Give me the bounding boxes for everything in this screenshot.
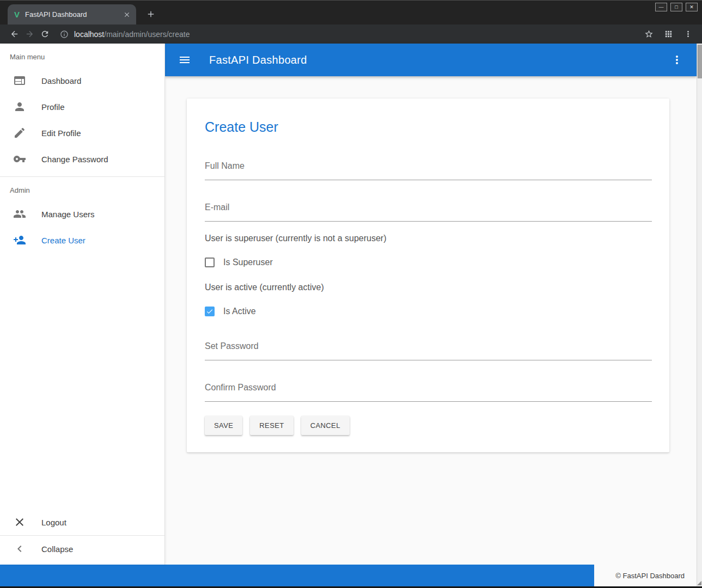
sidebar-item-label: Logout (41, 518, 66, 527)
email-field-wrap (205, 203, 652, 222)
appbar-kebab-icon[interactable] (670, 53, 683, 66)
sidebar-section-admin: Admin (0, 177, 164, 201)
sidebar-item-label: Profile (41, 102, 65, 112)
sidebar-item-profile[interactable]: Profile (0, 94, 164, 120)
maximize-icon[interactable]: □ (670, 3, 682, 11)
reset-button[interactable]: RESET (250, 416, 293, 435)
reload-icon[interactable] (37, 27, 52, 42)
check-icon (206, 308, 213, 315)
appbar-title: FastAPI Dashboard (209, 54, 307, 66)
bookmark-star-icon[interactable] (641, 27, 656, 42)
sidebar-section-main: Main menu (0, 44, 164, 68)
logout-x-icon (13, 516, 26, 529)
sidebar-item-manage-users[interactable]: Manage Users (0, 201, 164, 227)
resize-grip-icon (697, 581, 701, 585)
browser-menu-icon[interactable] (680, 27, 695, 42)
sidebar-item-logout[interactable]: Logout (0, 509, 164, 535)
dashboard-icon (13, 74, 26, 87)
sidebar-item-label: Create User (41, 236, 86, 245)
url-path: /main/admin/users/create (104, 30, 190, 39)
sidebar-item-collapse[interactable]: Collapse (0, 536, 164, 562)
password-field[interactable] (205, 341, 652, 360)
people-icon (13, 207, 26, 220)
checkbox-label: Is Superuser (223, 258, 273, 267)
tab-close-icon[interactable] (122, 10, 132, 20)
main-content: FastAPI Dashboard Create User (165, 44, 697, 565)
save-button[interactable]: SAVE (205, 416, 242, 435)
browser-window: V FastAPI Dashboard ― □ ✕ (0, 0, 702, 588)
window-close-icon[interactable]: ✕ (686, 3, 698, 11)
sidebar-item-edit-profile[interactable]: Edit Profile (0, 120, 164, 146)
sidebar-item-label: Dashboard (41, 76, 81, 85)
window-controls: ― □ ✕ (655, 3, 698, 11)
footer: © FastAPI Dashboard (0, 565, 697, 586)
sidebar-bottom: Logout Collapse (0, 509, 164, 565)
browser-tab[interactable]: V FastAPI Dashboard (8, 4, 136, 24)
scrollbar-thumb[interactable] (698, 45, 702, 78)
back-icon[interactable] (7, 27, 22, 42)
sidebar-item-create-user[interactable]: Create User (0, 227, 164, 253)
is-active-checkbox[interactable] (205, 307, 215, 316)
sidebar-item-change-password[interactable]: Change Password (0, 146, 164, 172)
page-info-icon[interactable] (60, 30, 69, 39)
page-scrollbar[interactable] (697, 44, 702, 586)
person-add-icon (13, 234, 26, 247)
sidebar-item-label: Manage Users (41, 210, 95, 219)
cancel-button[interactable]: CANCEL (301, 416, 350, 435)
create-user-card: Create User User is superuser (currently… (187, 99, 669, 452)
confirm-password-field-wrap (205, 383, 652, 402)
page-title: Create User (205, 119, 652, 135)
sidebar: Main menu Dashboard Profile (0, 44, 165, 565)
chevron-left-icon (13, 542, 26, 555)
extensions-icon[interactable] (661, 27, 676, 42)
full-name-field[interactable] (205, 161, 652, 180)
email-field[interactable] (205, 203, 652, 222)
sidebar-item-dashboard[interactable]: Dashboard (0, 68, 164, 94)
browser-toolbar: localhost/main/admin/users/create (0, 24, 702, 44)
tab-title: FastAPI Dashboard (25, 10, 122, 19)
appbar: FastAPI Dashboard (165, 44, 697, 76)
url-bar[interactable]: localhost/main/admin/users/create (60, 30, 637, 39)
minimize-icon[interactable]: ― (655, 3, 667, 11)
url-host: localhost (74, 30, 104, 39)
browser-tabstrip: V FastAPI Dashboard ― □ ✕ (0, 0, 702, 24)
sidebar-item-label: Collapse (41, 544, 73, 554)
tab-favicon-icon: V (14, 10, 20, 19)
hamburger-menu-icon[interactable] (178, 53, 191, 66)
app-area: Main menu Dashboard Profile (0, 44, 702, 586)
forward-icon[interactable] (22, 27, 37, 42)
pencil-icon (13, 126, 26, 139)
full-name-field-wrap (205, 161, 652, 180)
is-superuser-checkbox-row[interactable]: Is Superuser (205, 258, 652, 267)
is-superuser-checkbox[interactable] (205, 258, 215, 267)
is-active-checkbox-row[interactable]: Is Active (205, 307, 652, 316)
confirm-password-field[interactable] (205, 383, 652, 402)
footer-copyright: © FastAPI Dashboard (594, 565, 697, 586)
checkbox-label: Is Active (223, 307, 256, 316)
toolbar-actions (641, 27, 695, 42)
active-hint: User is active (currently active) (205, 283, 652, 292)
new-tab-button[interactable] (144, 7, 158, 21)
password-field-wrap (205, 341, 652, 360)
footer-accent-bar (0, 565, 594, 586)
form-actions: SAVE RESET CANCEL (205, 416, 652, 435)
sidebar-item-label: Change Password (41, 155, 108, 164)
page-body: Create User User is superuser (currently… (165, 76, 697, 565)
superuser-hint: User is superuser (currently is not a su… (205, 234, 652, 243)
sidebar-item-label: Edit Profile (41, 128, 81, 138)
key-icon (13, 152, 26, 166)
person-icon (13, 100, 26, 113)
